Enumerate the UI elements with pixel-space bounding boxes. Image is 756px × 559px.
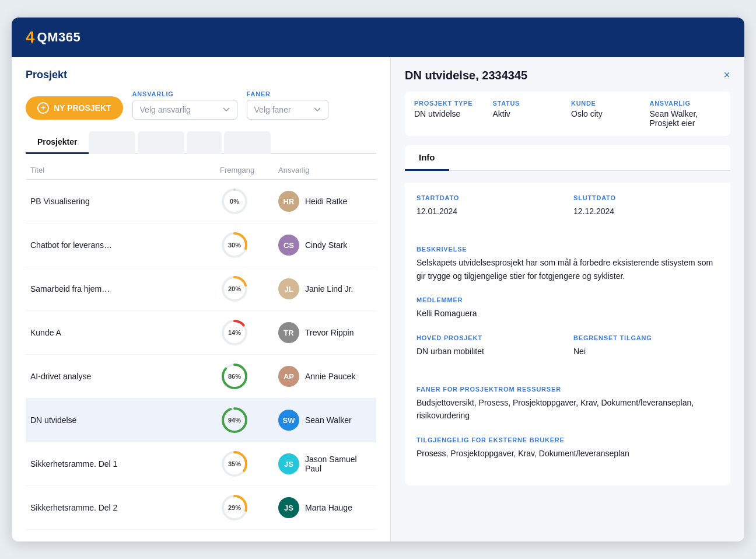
detail-header: DN utvidelse, 2334345 × — [405, 69, 730, 82]
new-project-button[interactable]: + NY PROSJEKT — [26, 96, 123, 120]
progress-label: 94% — [228, 417, 241, 424]
assignee-name: Trevor Rippin — [305, 328, 354, 337]
table-row[interactable]: AI-drivet analyse 86% AP Annie Paucek — [26, 355, 376, 399]
table-row[interactable]: PB Visualisering 0% HR Heidi Ratke — [26, 180, 376, 223]
avatar: HR — [278, 191, 299, 212]
progress-label: 0% — [230, 198, 239, 205]
progress-label: 30% — [228, 242, 241, 249]
table-body: PB Visualisering 0% HR Heidi Ratke Chatb… — [26, 180, 376, 530]
plus-icon: + — [37, 102, 49, 114]
avatar: AP — [278, 366, 299, 387]
ansvarlig-label: ANSVARLIG — [132, 90, 237, 97]
app-container: 4 QM365 Prosjekt + NY PROSJEKT ANSVARLIG… — [12, 18, 744, 541]
assignee-name: Heidi Ratke — [305, 197, 347, 206]
assignee-name: Sean Walker — [305, 415, 352, 425]
meta-prosjekt-type: PROSJEKT TYPE DN utvidelse — [414, 100, 486, 128]
left-panel: Prosjekt + NY PROSJEKT ANSVARLIG Velg an… — [12, 57, 391, 541]
section-sluttdato: SLUTTDATO 12.12.2024 — [573, 194, 719, 218]
tab-prosjekter[interactable]: Prosjekter — [26, 131, 89, 154]
logo-text: QM365 — [37, 30, 81, 45]
assignee-name: Annie Paucek — [305, 372, 355, 381]
detail-title: DN utvidelse, 2334345 — [405, 69, 527, 82]
assignee-name: Cindy Stark — [305, 240, 347, 250]
meta-kunde: KUNDE Oslo city — [571, 100, 643, 128]
tab-2[interactable] — [89, 131, 135, 154]
detail-tabs: Info — [405, 145, 730, 171]
faner-label: FANER — [247, 90, 328, 97]
progress-label: 86% — [228, 373, 241, 380]
col-title: Titel — [30, 166, 220, 174]
progress-circle: 30% — [220, 230, 249, 260]
dates-row: STARTDATO 12.01.2024 SLUTTDATO 12.12.202… — [416, 194, 719, 232]
tab-4[interactable] — [187, 131, 222, 154]
project-tabs: Prosjekter — [26, 131, 376, 154]
assignee-cell: AP Annie Paucek — [278, 366, 372, 387]
progress-circle: 35% — [220, 449, 249, 478]
table-row[interactable]: Chatbot for leverans… 30% CS Cindy Stark — [26, 223, 376, 267]
assignee-cell: JS Jason Samuel Paul — [278, 453, 372, 474]
app-header: 4 QM365 — [12, 18, 744, 57]
assignee-cell: TR Trevor Rippin — [278, 322, 372, 343]
progress-circle: 0% — [220, 187, 249, 216]
avatar: CS — [278, 235, 299, 256]
meta-status: STATUS Aktiv — [493, 100, 565, 128]
assignee-cell: HR Heidi Ratke — [278, 191, 372, 212]
table-row[interactable]: DN utvidelse 94% SW Sean Walker — [26, 399, 376, 442]
progress-label: 29% — [228, 504, 241, 511]
project-title: AI-drivet analyse — [30, 372, 220, 381]
main-content: Prosjekt + NY PROSJEKT ANSVARLIG Velg an… — [12, 57, 744, 541]
ansvarlig-select[interactable]: Velg ansvarlig — [132, 100, 237, 120]
table-row[interactable]: Kunde A 14% TR Trevor Rippin — [26, 311, 376, 355]
progress-label: 14% — [228, 329, 241, 336]
avatar: TR — [278, 322, 299, 343]
tab-3[interactable] — [138, 131, 184, 154]
project-title: Samarbeid fra hjem… — [30, 284, 220, 294]
assignee-cell: JS Marta Hauge — [278, 497, 372, 518]
table-row[interactable]: Sikkerhetsramme. Del 2 29% JS Marta Haug… — [26, 486, 376, 530]
assignee-name: Marta Hauge — [305, 503, 352, 512]
section-faner: FANER FOR PROSJEKTROM RESSURSER Budsjett… — [416, 386, 719, 422]
logo: 4 QM365 — [26, 29, 80, 46]
project-title: Sikkerhetsramme. Del 1 — [30, 459, 220, 469]
table-row[interactable]: Samarbeid fra hjem… 20% JL Janie Lind Jr… — [26, 267, 376, 311]
section-beskrivelse: BESKRIVELSE Selskapets utvidelsesprosjek… — [416, 246, 719, 282]
project-title: Kunde A — [30, 328, 220, 337]
meta-row: PROSJEKT TYPE DN utvidelse STATUS Aktiv … — [405, 92, 730, 136]
assignee-name: Janie Lind Jr. — [305, 284, 354, 294]
assignee-cell: SW Sean Walker — [278, 410, 372, 431]
logo-icon: 4 — [26, 29, 35, 46]
avatar: JS — [278, 497, 299, 518]
assignee-name: Jason Samuel Paul — [305, 455, 372, 473]
ansvarlig-filter-group: ANSVARLIG Velg ansvarlig — [132, 90, 237, 120]
filters-row: + NY PROSJEKT ANSVARLIG Velg ansvarlig F… — [26, 90, 376, 120]
tab-info[interactable]: Info — [405, 145, 449, 171]
section-begrenset-tilgang: BEGRENSET TILGANG Nei — [573, 334, 719, 358]
table-row[interactable]: Sikkerhetsramme. Del 1 35% JS Jason Samu… — [26, 442, 376, 486]
assignee-cell: JL Janie Lind Jr. — [278, 278, 372, 299]
section-hoved-prosjekt: HOVED PROSJEKT DN urban mobilitet — [416, 334, 562, 358]
project-title: Chatbot for leverans… — [30, 240, 220, 250]
hoved-row: HOVED PROSJEKT DN urban mobilitet BEGREN… — [416, 334, 719, 372]
right-panel: DN utvidelse, 2334345 × PROSJEKT TYPE DN… — [391, 57, 744, 541]
avatar: SW — [278, 410, 299, 431]
meta-ansvarlig: ANSVARLIG Sean Walker, Prosjekt eier — [650, 100, 722, 128]
avatar: JS — [278, 453, 299, 474]
progress-circle: 14% — [220, 318, 249, 347]
project-title: PB Visualisering — [30, 197, 220, 206]
faner-select[interactable]: Velg faner — [247, 100, 328, 120]
close-button[interactable]: × — [723, 69, 730, 81]
progress-label: 35% — [228, 460, 241, 467]
project-title: Sikkerhetsramme. Del 2 — [30, 503, 220, 512]
assignee-cell: CS Cindy Stark — [278, 235, 372, 256]
progress-circle: 29% — [220, 493, 249, 522]
section-medlemmer: MEDLEMMER Kelli Romaguera — [416, 296, 719, 320]
section-startdato: STARTDATO 12.01.2024 — [416, 194, 562, 218]
faner-filter-group: FANER Velg faner — [247, 90, 328, 120]
progress-circle: 94% — [220, 406, 249, 435]
tab-5[interactable] — [224, 131, 271, 154]
section-tilgjengelig: TILGJENGELIG FOR EKSTERNE BRUKERE Proses… — [416, 436, 719, 460]
project-table: Titel Fremgang Ansvarlig PB Visualiserin… — [26, 163, 376, 530]
progress-label: 20% — [228, 285, 241, 292]
project-title: DN utvidelse — [30, 415, 220, 425]
col-ansvarlig: Ansvarlig — [278, 166, 372, 174]
